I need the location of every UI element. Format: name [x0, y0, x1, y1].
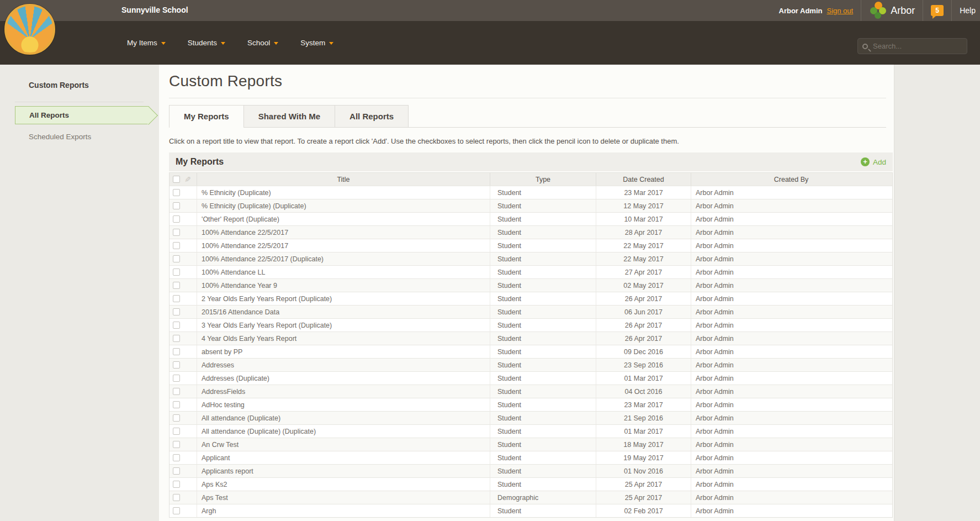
row-checkbox[interactable]: [173, 282, 180, 289]
table-row[interactable]: Applicants report Student 01 Nov 2016 Ar…: [169, 464, 892, 477]
tab-my-reports[interactable]: My Reports: [169, 105, 244, 127]
search-input[interactable]: [873, 42, 961, 50]
table-row[interactable]: Argh Student 02 Feb 2017 Arbor Admin: [169, 504, 892, 517]
report-title[interactable]: 2 Year Olds Early Years Report (Duplicat…: [197, 292, 490, 305]
report-date-created: 18 May 2017: [596, 438, 691, 451]
sidebar-item-all-reports[interactable]: All Reports: [15, 106, 149, 124]
row-checkbox[interactable]: [173, 507, 180, 514]
row-checkbox[interactable]: [173, 441, 180, 448]
report-title[interactable]: All attendance (Duplicate): [197, 412, 490, 424]
report-title[interactable]: 100% Attendance 22/5/2017 (Duplicate): [197, 252, 490, 265]
row-checkbox[interactable]: [173, 202, 180, 209]
report-title[interactable]: AdHoc testing: [197, 398, 490, 411]
table-row[interactable]: Addresses (Duplicate) Student 01 Mar 201…: [169, 371, 892, 385]
row-checkbox[interactable]: [173, 308, 180, 315]
report-date-created: 23 Mar 2017: [596, 186, 691, 199]
tab-shared-with-me[interactable]: Shared With Me: [243, 105, 335, 127]
table-row[interactable]: 2015/16 Attendance Data Student 06 Jun 2…: [169, 305, 892, 318]
report-title[interactable]: absent by PP: [197, 345, 490, 358]
table-row[interactable]: 100% Attendance 22/5/2017 (Duplicate) St…: [169, 252, 892, 265]
row-checkbox[interactable]: [173, 401, 180, 408]
nav-item-school[interactable]: School: [247, 39, 278, 47]
table-row[interactable]: absent by PP Student 09 Dec 2016 Arbor A…: [169, 345, 892, 358]
row-checkbox[interactable]: [173, 255, 180, 262]
row-checkbox[interactable]: [173, 428, 180, 435]
row-checkbox[interactable]: [173, 335, 180, 342]
table-row[interactable]: Aps Test Demographic 25 Apr 2017 Arbor A…: [169, 491, 892, 504]
sidebar-item-scheduled-exports[interactable]: Scheduled Exports: [15, 128, 150, 145]
add-report-button[interactable]: + Add: [861, 157, 886, 166]
page-description: Click on a report title to view that rep…: [169, 137, 894, 145]
select-all-checkbox[interactable]: [173, 176, 180, 183]
row-checkbox[interactable]: [173, 229, 180, 236]
nav-item-system[interactable]: System: [300, 39, 333, 47]
table-row[interactable]: All attendance (Duplicate) (Duplicate) S…: [169, 424, 892, 438]
tab-all-reports[interactable]: All Reports: [335, 105, 409, 127]
report-title[interactable]: 100% Attendance 22/5/2017: [197, 239, 490, 252]
row-checkbox[interactable]: [173, 269, 180, 276]
report-title[interactable]: 100% Attendance LL: [197, 266, 490, 278]
report-title[interactable]: 3 Year Olds Early Years Report (Duplicat…: [197, 319, 490, 331]
row-checkbox[interactable]: [173, 242, 180, 249]
report-type: Student: [490, 226, 596, 239]
report-title[interactable]: Argh: [197, 504, 490, 517]
report-title[interactable]: Addresses (Duplicate): [197, 372, 490, 385]
report-title[interactable]: 'Other' Report (Duplicate): [197, 213, 490, 225]
pencil-icon[interactable]: ✎: [184, 175, 191, 184]
report-title[interactable]: AddressFields: [197, 385, 490, 398]
nav-item-my-items[interactable]: My Items: [127, 39, 166, 47]
report-title[interactable]: An Crw Test: [197, 438, 490, 451]
row-checkbox[interactable]: [173, 375, 180, 382]
table-row[interactable]: All attendance (Duplicate) Student 21 Se…: [169, 411, 892, 424]
report-title[interactable]: 100% Attendance 22/5/2017: [197, 226, 490, 239]
table-row[interactable]: 100% Attendance 22/5/2017 Student 22 May…: [169, 239, 892, 252]
table-row[interactable]: % Ethnicity (Duplicate) Student 23 Mar 2…: [169, 186, 892, 199]
report-title[interactable]: 4 Year Olds Early Years Report: [197, 332, 490, 345]
row-checkbox[interactable]: [173, 322, 180, 329]
report-title[interactable]: % Ethnicity (Duplicate): [197, 186, 490, 199]
row-checkbox[interactable]: [173, 467, 180, 475]
table-row[interactable]: An Crw Test Student 18 May 2017 Arbor Ad…: [169, 438, 892, 451]
row-checkbox[interactable]: [173, 189, 180, 196]
row-checkbox[interactable]: [173, 388, 180, 395]
report-title[interactable]: Aps Test: [197, 491, 490, 504]
row-checkbox[interactable]: [173, 295, 180, 302]
table-row[interactable]: Addresses Student 23 Sep 2016 Arbor Admi…: [169, 358, 892, 371]
report-title[interactable]: 2015/16 Attendance Data: [197, 306, 490, 318]
report-title[interactable]: 100% Attendance Year 9: [197, 279, 490, 292]
report-title[interactable]: Applicant: [197, 451, 490, 464]
report-type: Student: [490, 252, 596, 265]
table-row[interactable]: 100% Attendance 22/5/2017 Student 28 Apr…: [169, 225, 892, 239]
divider: [861, 0, 861, 21]
table-row[interactable]: 100% Attendance LL Student 27 Apr 2017 A…: [169, 265, 892, 278]
row-checkbox[interactable]: [173, 215, 180, 223]
table-row[interactable]: 2 Year Olds Early Years Report (Duplicat…: [169, 292, 892, 305]
table-row[interactable]: 100% Attendance Year 9 Student 02 May 20…: [169, 278, 892, 292]
report-title[interactable]: All attendance (Duplicate) (Duplicate): [197, 425, 490, 438]
help-link[interactable]: Help: [960, 6, 976, 15]
row-checkbox[interactable]: [173, 414, 180, 422]
report-created-by: Arbor Admin: [691, 252, 891, 265]
table-row[interactable]: Applicant Student 19 May 2017 Arbor Admi…: [169, 451, 892, 464]
report-date-created: 10 Mar 2017: [596, 213, 691, 225]
sign-out-link[interactable]: Sign out: [827, 7, 853, 15]
report-created-by: Arbor Admin: [691, 491, 891, 504]
table-row[interactable]: 'Other' Report (Duplicate) Student 10 Ma…: [169, 212, 892, 225]
row-checkbox[interactable]: [173, 454, 180, 461]
table-row[interactable]: AddressFields Student 04 Oct 2016 Arbor …: [169, 385, 892, 398]
row-checkbox[interactable]: [173, 348, 180, 355]
report-title[interactable]: % Ethnicity (Duplicate) (Duplicate): [197, 199, 490, 212]
report-title[interactable]: Applicants report: [197, 465, 490, 477]
table-row[interactable]: 3 Year Olds Early Years Report (Duplicat…: [169, 318, 892, 331]
table-row[interactable]: 4 Year Olds Early Years Report Student 2…: [169, 331, 892, 345]
row-checkbox[interactable]: [173, 361, 180, 369]
row-checkbox[interactable]: [173, 494, 180, 501]
notification-badge[interactable]: 5: [931, 5, 944, 16]
nav-item-students[interactable]: Students: [188, 39, 225, 47]
table-row[interactable]: AdHoc testing Student 23 Mar 2017 Arbor …: [169, 398, 892, 411]
row-checkbox[interactable]: [173, 481, 180, 488]
report-title[interactable]: Addresses: [197, 359, 490, 371]
table-row[interactable]: Aps Ks2 Student 25 Apr 2017 Arbor Admin: [169, 477, 892, 491]
report-title[interactable]: Aps Ks2: [197, 478, 490, 491]
table-row[interactable]: % Ethnicity (Duplicate) (Duplicate) Stud…: [169, 199, 892, 212]
